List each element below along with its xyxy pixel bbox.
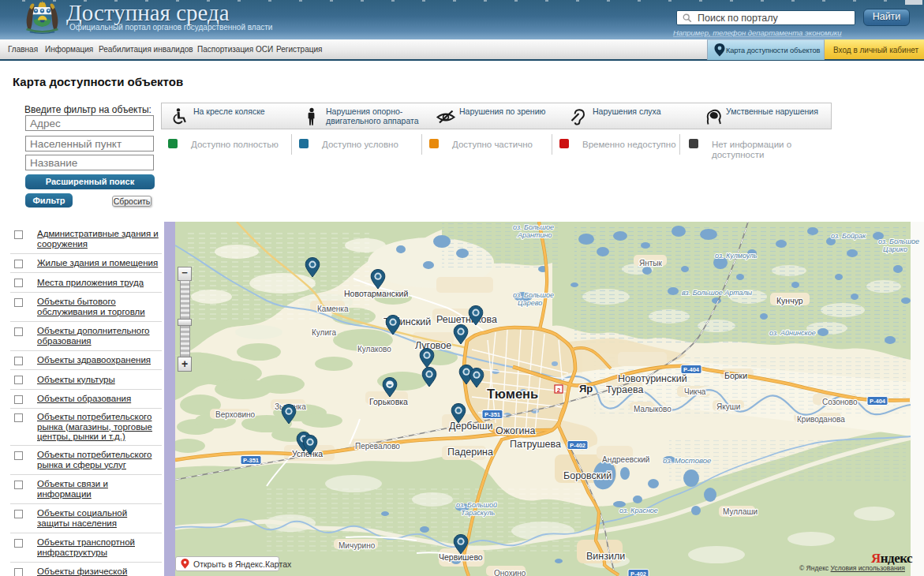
svg-text:оз. Бойрак: оз. Бойрак xyxy=(831,232,866,240)
svg-text:Новотуринский: Новотуринский xyxy=(618,373,687,384)
svg-text:Р-404: Р-404 xyxy=(870,398,886,405)
svg-text:Кулаково: Кулаково xyxy=(357,345,391,353)
svg-text:Тараскуль: Тараскуль xyxy=(461,509,496,517)
svg-text:вз. Большое Арталы: вз. Большое Арталы xyxy=(682,289,753,297)
svg-text:Падерина: Падерина xyxy=(447,447,493,458)
svg-text:Кунчур: Кунчур xyxy=(776,296,803,305)
svg-text:Якуши: Якуши xyxy=(716,402,740,411)
svg-text:Андреевский: Андреевский xyxy=(602,455,649,464)
svg-text:Луговое: Луговое xyxy=(415,340,451,351)
svg-text:Винзили: Винзили xyxy=(586,551,625,562)
svg-text:Царико: Царико xyxy=(883,245,907,253)
svg-text:Р-402: Р-402 xyxy=(630,570,646,576)
svg-text:Патрушева: Патрушева xyxy=(510,439,561,450)
svg-text:Новотарманский: Новотарманский xyxy=(344,289,408,298)
svg-text:2: 2 xyxy=(557,387,561,394)
svg-text:оз. Большое: оз. Большое xyxy=(513,223,554,231)
svg-text:Р-351: Р-351 xyxy=(243,457,259,464)
svg-text:Малыково: Малыково xyxy=(634,405,671,413)
svg-text:Дербыши: Дербыши xyxy=(449,421,493,432)
svg-text:Арантино: Арантино xyxy=(517,231,552,239)
svg-text:оз. Большой: оз. Большой xyxy=(456,501,497,509)
svg-text:оз. Айнинское: оз. Айнинское xyxy=(769,329,816,337)
svg-text:Тураева: Тураева xyxy=(606,384,643,395)
svg-text:Верховино: Верховино xyxy=(215,410,256,419)
svg-text:оз. Красное: оз. Красное xyxy=(619,507,658,514)
svg-text:Боровский: Боровский xyxy=(563,470,612,481)
svg-text:Кулига: Кулига xyxy=(312,328,336,337)
svg-text:оз. Большое: оз. Большое xyxy=(878,238,919,245)
svg-text:Ожогина: Ожогина xyxy=(496,425,535,436)
svg-text:Каменка: Каменка xyxy=(317,305,349,313)
svg-text:Р-404: Р-404 xyxy=(683,366,700,373)
svg-text:Горьковка: Горьковка xyxy=(369,397,408,406)
svg-text:Криводанова: Криводанова xyxy=(797,415,845,424)
svg-text:Р-402: Р-402 xyxy=(570,442,585,449)
svg-text:Онохино: Онохино xyxy=(494,569,526,576)
svg-text:Мичурино: Мичурино xyxy=(339,541,376,550)
svg-text:Борки: Борки xyxy=(724,371,747,380)
svg-text:Яр: Яр xyxy=(579,383,593,395)
svg-text:оз. Мостовое: оз. Мостовое xyxy=(663,456,711,465)
svg-text:Чикча: Чикча xyxy=(684,387,706,396)
svg-text:оз. Большое: оз. Большое xyxy=(513,291,554,299)
svg-text:Янтык: Янтык xyxy=(639,259,663,267)
svg-text:Созоново: Созоново xyxy=(822,398,858,406)
svg-text:Муллаши: Муллаши xyxy=(723,507,758,516)
svg-text:Р-351: Р-351 xyxy=(484,411,500,418)
svg-text:Перевалово: Перевалово xyxy=(355,442,400,451)
svg-text:Тюмень: Тюмень xyxy=(487,387,538,401)
svg-text:оз. Кулмоуль: оз. Кулмоуль xyxy=(715,252,758,260)
svg-text:Решетникова: Решетникова xyxy=(436,314,497,325)
svg-text:Царево: Царево xyxy=(518,299,542,307)
